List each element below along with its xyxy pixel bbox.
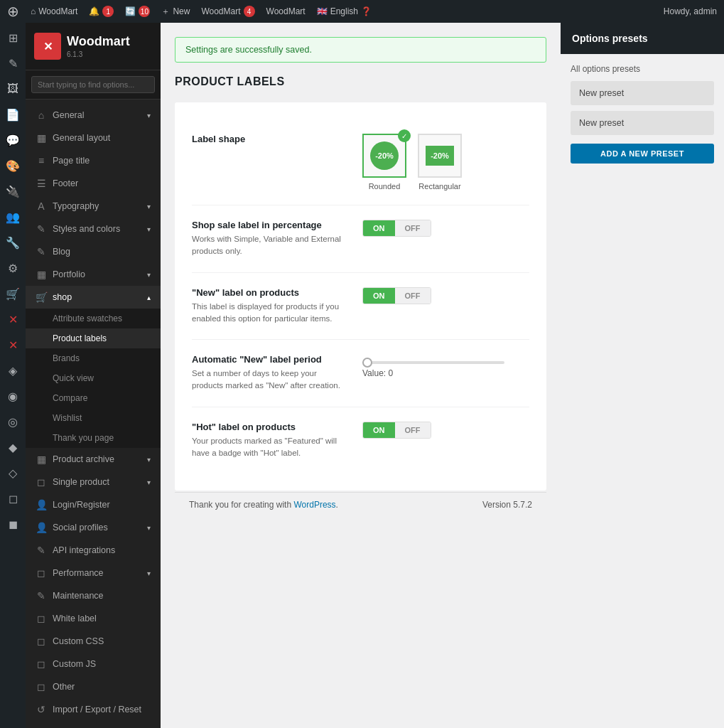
wp-icon-woocommerce[interactable]: 🛒 [0, 282, 26, 306]
rectangular-label: Rectangular [418, 182, 460, 191]
subitem-label-thank-you: Thank you page [53, 433, 114, 443]
wp-icon-appearance[interactable]: 🎨 [0, 154, 26, 178]
wp-icon-plugins[interactable]: 🔌 [0, 179, 26, 203]
admin-bar-alerts[interactable]: 🔔 1 [89, 6, 114, 17]
wp-icon-media[interactable]: 🖼 [0, 77, 26, 101]
shop-sale-toggle-off[interactable]: OFF [395, 220, 431, 236]
wp-icon-extra1[interactable]: ◈ [0, 358, 26, 382]
admin-bar-new[interactable]: ＋ New [161, 6, 190, 18]
wp-icon-users[interactable]: 👥 [0, 205, 26, 229]
wp-icon-extra6[interactable]: ◻ [0, 486, 26, 510]
wp-icon-extra2[interactable]: ◉ [0, 384, 26, 408]
sidebar-item-custom-js[interactable]: ◻ Custom JS [26, 653, 161, 675]
wp-icon-comments[interactable]: 💬 [0, 128, 26, 152]
admin-bar-plugin2[interactable]: WoodMart [266, 6, 306, 16]
sidebar-item-portfolio[interactable]: ▦ Portfolio ▾ [26, 263, 161, 286]
sidebar-item-footer[interactable]: ☰ Footer [26, 172, 161, 195]
sidebar-subitem-product-labels[interactable]: Product labels [26, 328, 161, 348]
footer-icon: ☰ [36, 178, 47, 189]
typography-icon: A [36, 200, 47, 212]
slider-thumb[interactable] [362, 358, 372, 368]
sidebar-subitem-thank-you-page[interactable]: Thank you page [26, 428, 161, 448]
shape-rectangular-option[interactable]: -20% Rectangular [418, 134, 462, 191]
wp-icon-extra3[interactable]: ◎ [0, 410, 26, 434]
sidebar-item-shop[interactable]: 🛒 shop ▴ [26, 286, 161, 309]
sidebar-item-performance[interactable]: ◻ Performance ▾ [26, 562, 161, 584]
sidebar-item-general-layout[interactable]: ▦ General layout [26, 127, 161, 149]
wp-icon-pages[interactable]: 📄 [0, 102, 26, 127]
sidebar-item-general[interactable]: ⌂ General ▾ [26, 104, 161, 127]
sidebar-subitem-compare[interactable]: Compare [26, 388, 161, 408]
chevron-down-icon4: ▾ [147, 271, 151, 279]
new-label-toggle: ON OFF [362, 287, 431, 304]
sidebar-item-import-export[interactable]: ↺ Import / Export / Reset [26, 698, 161, 721]
subitem-label-product-labels: Product labels [53, 333, 107, 343]
sidebar-subitem-wishlist[interactable]: Wishlist [26, 408, 161, 428]
updates-badge: 10 [139, 6, 150, 17]
admin-bar-language[interactable]: 🇬🇧 English ❓ [317, 6, 372, 16]
sidebar-item-other[interactable]: ◻ Other [26, 675, 161, 698]
new-label-toggle-off[interactable]: OFF [395, 288, 431, 304]
sidebar-subitem-attribute-swatches[interactable]: Attribute swatches [26, 309, 161, 328]
wp-icon-extra4[interactable]: ◆ [0, 435, 26, 459]
shop-sale-desc: Works with Simple, Variable and External… [192, 233, 348, 258]
new-label-title: "New" label on products [192, 287, 348, 298]
sidebar-nav: ⌂ General ▾ ▦ General layout ≡ Page titl… [26, 100, 161, 725]
sidebar-item-styles-colors[interactable]: ✎ Styles and colors ▾ [26, 218, 161, 240]
home-icon: ⌂ [36, 109, 47, 121]
sidebar-item-custom-css[interactable]: ◻ Custom CSS [26, 630, 161, 653]
preset-item-1[interactable]: New preset [571, 81, 714, 105]
woodmart-search-input[interactable] [31, 76, 155, 93]
wp-icon-extra5[interactable]: ◇ [0, 461, 26, 485]
sidebar-item-typography[interactable]: A Typography ▾ [26, 195, 161, 218]
chevron-up-icon: ▴ [147, 294, 151, 301]
sidebar-label-general: General [53, 110, 84, 120]
wordpress-link[interactable]: WordPress [293, 500, 335, 510]
shape-rounded-option[interactable]: ✓ -20% Rounded [362, 134, 406, 191]
sidebar-item-product-archive[interactable]: ▦ Product archive ▾ [26, 448, 161, 471]
chevron-down-icon3: ▾ [147, 225, 151, 233]
sidebar-subitem-brands[interactable]: Brands [26, 348, 161, 368]
maintenance-icon: ✎ [36, 590, 47, 601]
admin-bar-site[interactable]: ⌂ WoodMart [31, 6, 77, 16]
add-preset-button[interactable]: ADD A NEW PRESET [571, 144, 714, 164]
wp-icon-dashboard[interactable]: ⊞ [0, 26, 26, 50]
hot-label-toggle-off[interactable]: OFF [395, 422, 431, 438]
sidebar-item-single-product[interactable]: ◻ Single product ▾ [26, 471, 161, 493]
woodmart-logo: ✕ [34, 33, 61, 60]
wp-icon-woodmart2[interactable]: ✕ [0, 333, 26, 357]
admin-bar-user[interactable]: Howdy, admin [664, 6, 717, 16]
sidebar-item-social-profiles[interactable]: 👤 Social profiles ▾ [26, 516, 161, 539]
sidebar-label-portfolio: Portfolio [53, 269, 85, 279]
sidebar-label-styles: Styles and colors [53, 224, 120, 234]
preset-item-2[interactable]: New preset [571, 111, 714, 135]
new-label-control: ON OFF [362, 287, 529, 304]
slider-track[interactable] [362, 361, 504, 364]
admin-bar-plugin[interactable]: WoodMart 4 [201, 6, 254, 17]
new-label-period-title: Automatic "New" label period [192, 354, 348, 365]
layout-icon: ▦ [36, 132, 47, 144]
version-badge: 4 [244, 6, 255, 17]
sidebar-item-blog[interactable]: ✎ Blog [26, 240, 161, 263]
footer-version: Version 5.7.2 [482, 500, 532, 510]
admin-bar-updates[interactable]: 🔄 10 [125, 6, 150, 17]
sidebar-item-api[interactable]: ✎ API integrations [26, 539, 161, 562]
new-label-toggle-on[interactable]: ON [363, 288, 395, 304]
sidebar-item-white-label[interactable]: ◻ White label [26, 607, 161, 630]
chevron-down-icon5: ▾ [147, 456, 151, 464]
hot-label-toggle-on[interactable]: ON [363, 422, 395, 438]
sidebar-item-login-register[interactable]: 👤 Login/Register [26, 493, 161, 516]
shop-sale-toggle-on[interactable]: ON [363, 220, 395, 236]
wp-icon-extra7[interactable]: ◼ [0, 512, 26, 536]
wp-icon-posts[interactable]: ✎ [0, 51, 26, 75]
slider-value-label: Value: 0 [362, 368, 529, 378]
sidebar-item-maintenance[interactable]: ✎ Maintenance [26, 584, 161, 607]
wp-icon-woodmart[interactable]: ✕ [0, 307, 26, 331]
chevron-down-icon7: ▾ [147, 524, 151, 532]
sidebar-subitem-quick-view[interactable]: Quick view [26, 368, 161, 388]
flag-icon: 🇬🇧 [317, 6, 328, 16]
wp-icon-settings[interactable]: ⚙ [0, 256, 26, 280]
plus-icon: ＋ [161, 6, 170, 18]
wp-icon-tools[interactable]: 🔧 [0, 230, 26, 255]
sidebar-item-page-title[interactable]: ≡ Page title [26, 149, 161, 172]
